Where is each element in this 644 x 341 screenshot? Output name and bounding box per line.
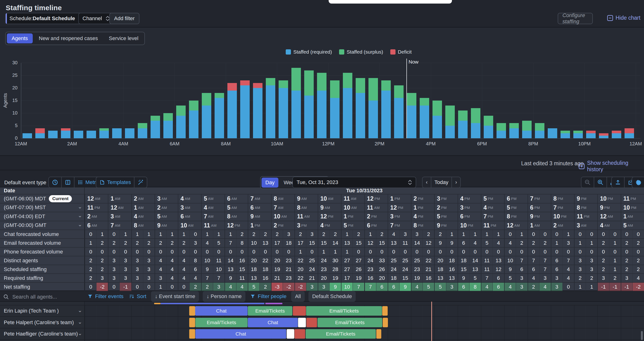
metric-row: Required staffing23333334447791113162123… [0, 274, 644, 282]
chart-bar-segment [214, 98, 224, 138]
-event-start-time-button[interactable]: ↓ Event start time [151, 291, 199, 302]
vertical-scrollbar[interactable] [641, 331, 643, 340]
sort-button[interactable]: Sort [128, 291, 147, 302]
tab-new-and-reopened-cases[interactable]: New and reopened cases [34, 34, 103, 44]
hour-number: 4 [134, 213, 137, 220]
event-segment-flex[interactable] [383, 318, 388, 327]
agent-row-header[interactable]: Erin Lapin (Tech Team ) [4, 305, 59, 317]
tab-agents[interactable]: Agents [7, 34, 33, 44]
event-segment-chat[interactable]: Chat [195, 306, 248, 316]
hide-chart-link[interactable]: Hide chart [607, 15, 640, 21]
grid-hour-line [621, 305, 621, 341]
event-segment-flex[interactable] [376, 329, 382, 339]
event-segment-flex[interactable] [189, 318, 195, 327]
metric-cell: 2 [597, 265, 609, 274]
add-filter-button[interactable]: Add filter [109, 13, 140, 24]
all-button[interactable]: All [291, 291, 304, 302]
metric-cell: 22 [260, 256, 271, 265]
show-scheduling-history-link[interactable]: Show scheduling history [578, 160, 644, 173]
metric-cell: 14 [411, 239, 422, 247]
metric-cell: 0 [574, 248, 586, 256]
time-settings-button[interactable] [49, 177, 61, 188]
metric-cell: 3 [539, 274, 551, 282]
today-button[interactable]: Today [431, 177, 452, 188]
event-segment-email-tickets[interactable]: Email/Tickets [196, 318, 248, 327]
event-segment-chat[interactable]: Chat [248, 318, 298, 327]
hour-number: 2 [367, 213, 370, 220]
hour-number: 4 [600, 222, 603, 229]
agent-row-header[interactable]: Pete Haefliger (Caroline's team) [4, 328, 78, 340]
hour-ampm: AM [628, 224, 633, 228]
event-segment-break[interactable] [298, 318, 306, 327]
metric-cell: 2 [201, 283, 213, 291]
metric-cell: 2 [376, 230, 388, 238]
date-picker-select[interactable]: Tue, Oct 31, 2023 [292, 177, 416, 188]
filter-events-button[interactable]: Filter events [86, 291, 124, 302]
tab-service-level[interactable]: Service level [104, 34, 143, 44]
event-segment-flex[interactable] [189, 306, 195, 316]
settings-button[interactable] [632, 177, 644, 188]
zoom-in-button[interactable] [594, 177, 606, 188]
metric-cell: 1 [154, 230, 166, 238]
event-segment-email-tickets[interactable]: Email/Tickets [306, 306, 382, 316]
event-segment-red[interactable] [293, 306, 306, 316]
timezone-row[interactable]: (GMT-00:00) GMT⌄6AM7AM8AM9AM10AM11AM12PM… [0, 221, 644, 230]
metric-cell: 9 [224, 274, 236, 282]
metric-cell: 2 [632, 256, 644, 265]
event-segment-flex[interactable] [382, 306, 388, 316]
timezone-row[interactable]: (GMT-07:00) MST⌄11PM12AM1AM2AM3AM4AM5AM6… [0, 203, 644, 212]
timezone-row[interactable]: (GMT-04:00) EDT⌄2AM3AM4AM5AM6AM7AM8AM9AM… [0, 212, 644, 221]
hour-ampm: AM [374, 206, 380, 210]
metric-cell: 24 [318, 256, 329, 265]
gridline-v [431, 63, 431, 138]
event-segment-email-tickets[interactable]: Email/Tickets [318, 318, 382, 327]
chart-bar-segment [471, 123, 480, 138]
configure-staffing-button[interactable]: Configure staffing [558, 13, 593, 24]
metric-cell: 3 [306, 283, 318, 291]
hour-ampm: PM [441, 214, 447, 218]
event-segment-flex[interactable] [189, 329, 195, 339]
prev-day-button[interactable]: ‹ [422, 177, 431, 188]
search-input[interactable] [12, 294, 78, 300]
event-type-dropdown[interactable]: Default event type ⌄ [4, 180, 53, 186]
event-segment-red[interactable] [294, 329, 305, 339]
metric-cell: 0 [364, 248, 376, 256]
hour-number: 5 [437, 213, 440, 220]
event-segment-red[interactable] [306, 318, 317, 327]
chevron-down-icon[interactable]: ⌄ [78, 307, 82, 314]
schedule-filter-select[interactable]: Schedule: Default Schedule [5, 13, 87, 24]
event-segment-chat[interactable]: Chat [196, 329, 286, 339]
hour-header-cell: 4PM [481, 204, 504, 212]
zoom-out-button[interactable] [582, 177, 594, 188]
hour-number: 2 [414, 195, 417, 202]
metric-cell: 18 [283, 239, 294, 247]
event-segment-email-tickets[interactable]: Email/Tickets [248, 306, 292, 316]
metric-cell: 1 [85, 239, 96, 247]
magic-wand-button[interactable] [134, 177, 147, 188]
event-segment-break[interactable] [287, 329, 294, 339]
event-segment-email-tickets[interactable]: Email/Tickets [306, 329, 376, 339]
metric-cell: 2 [131, 239, 143, 247]
-person-name-button[interactable]: ↓ Person name [203, 291, 246, 302]
chart-bar-segment [202, 93, 211, 106]
columns-button[interactable] [61, 177, 74, 188]
wand-icon [138, 179, 144, 186]
chevron-down-icon[interactable]: ⌄ [78, 330, 82, 336]
default-schedule-button[interactable]: Default Schedule [308, 291, 356, 302]
metrics-list-icon [78, 180, 83, 185]
next-day-button[interactable]: › [452, 177, 460, 188]
metric-cell: 1 [224, 230, 236, 238]
hour-number: 8 [577, 204, 580, 211]
templates-button[interactable]: Templates [96, 177, 134, 188]
filter-people-button[interactable]: Filter people [249, 291, 288, 302]
hour-header-cell: 1AM [131, 204, 154, 212]
chevron-down-icon[interactable]: ⌄ [78, 319, 82, 325]
hour-ampm: PM [278, 224, 284, 228]
gridline-v [584, 63, 585, 138]
range-tab-day[interactable]: Day [262, 178, 278, 188]
channel-filter-select[interactable]: Channel [78, 13, 114, 24]
upload-button[interactable] [612, 177, 624, 188]
chart-bar-segment [163, 121, 173, 138]
timezone-row[interactable]: (GMT-06:00) MDTCurrent12AM1AM2AM3AM4AM5A… [0, 194, 644, 203]
agent-row-header[interactable]: Pete Halpert (Caroline's team) [4, 317, 74, 328]
